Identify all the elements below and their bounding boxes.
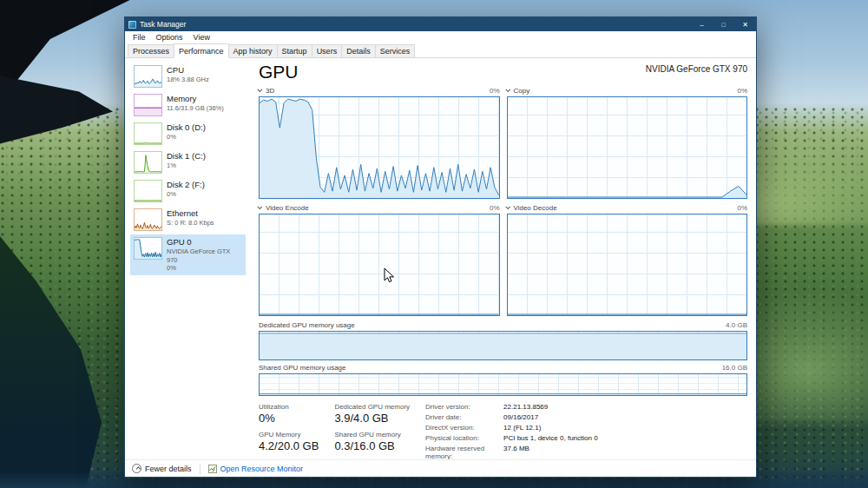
tab-bar: ProcessesPerformanceApp historyStartupUs… (125, 43, 756, 58)
open-resource-monitor-link[interactable]: Open Resource Monitor (208, 465, 304, 473)
chart-series (135, 95, 161, 115)
window-content: CPU18% 3.88 GHzMemory11.6/31.9 GB (36%)D… (125, 58, 756, 459)
sidebar-item-gpu0[interactable]: GPU 0NVIDIA GeForce GTX 9700% (130, 234, 246, 275)
menu-file[interactable]: File (128, 33, 151, 42)
menu-bar: FileOptionsView (125, 31, 756, 43)
sidebar-item-title: Disk 2 (F:) (167, 180, 205, 190)
memory-chart-plot (259, 373, 747, 396)
sidebar-item-disk1[interactable]: Disk 1 (C:)1% (130, 148, 246, 176)
fewer-details-button[interactable]: Fewer details (132, 464, 192, 473)
sparkline-disk0 (134, 122, 162, 145)
engine-chart-copy: Copy0% (507, 86, 748, 199)
tab-details[interactable]: Details (341, 44, 376, 58)
menu-options[interactable]: Options (151, 33, 188, 42)
minimize-button[interactable]: – (691, 17, 713, 31)
menu-view[interactable]: View (188, 33, 215, 42)
chart-scale-label: 0% (490, 87, 500, 95)
memory-chart-label: Shared GPU memory usage (259, 364, 346, 372)
engine-chart-3d: 3D0% (259, 86, 500, 199)
sidebar-item-detail: 11.6/31.9 GB (36%) (167, 104, 224, 113)
chart-header: Video Decode0% (507, 203, 748, 212)
sparkline-memory (134, 94, 162, 116)
engine-chart-video-encode: Video Encode0% (259, 203, 500, 316)
engine-charts: 3D0%Copy0%Video Encode0%Video Decode0% (259, 86, 747, 316)
sparkline-gpu0 (134, 237, 162, 260)
sidebar-item-disk0[interactable]: Disk 0 (D:)0% (130, 120, 246, 148)
chart-series (135, 123, 161, 144)
engine-chart-video-decode: Video Decode0% (507, 203, 748, 316)
detail-row: Driver version:22.21.13.8569 (425, 403, 598, 411)
window-title: Task Manager (140, 20, 186, 29)
sidebar-item-detail: 0% (167, 190, 205, 199)
detail-value: 12 (FL 12.1) (503, 424, 541, 432)
stats-column-1: Utilization0%GPU Memory4.2/20.0 GB (259, 403, 319, 459)
sidebar-item-disk2[interactable]: Disk 2 (F:)0% (130, 177, 246, 205)
title-bar[interactable]: Task Manager –□✕ (125, 17, 756, 31)
chart-series (260, 332, 746, 359)
chart-label: Copy (514, 87, 530, 95)
sparkline-ethernet (134, 208, 162, 231)
stat-value: 4.2/20.0 GB (259, 439, 319, 452)
chart-series (135, 238, 161, 259)
task-manager-icon (128, 21, 136, 29)
chart-plot (259, 214, 500, 316)
sidebar-item-cpu[interactable]: CPU18% 3.88 GHz (130, 63, 246, 90)
maximize-button[interactable]: □ (713, 17, 734, 31)
close-button[interactable]: ✕ (734, 17, 756, 31)
sidebar-item-title: Disk 1 (C:) (167, 151, 206, 162)
detail-label: Driver date: (425, 413, 503, 421)
chart-series (260, 374, 746, 395)
tab-services[interactable]: Services (375, 44, 416, 58)
chevron-down-icon[interactable] (257, 87, 262, 92)
chevron-up-circle-icon (132, 464, 141, 473)
chevron-down-icon[interactable] (257, 204, 262, 209)
stat-label: Utilization (259, 403, 319, 411)
tab-processes[interactable]: Processes (128, 44, 174, 58)
tab-users[interactable]: Users (312, 44, 343, 58)
chart-title: Video Decode (507, 204, 557, 212)
stats-column-2: Dedicated GPU memory3.9/4.0 GBShared GPU… (334, 403, 410, 459)
fewer-details-label: Fewer details (145, 465, 192, 473)
chart-label: Video Decode (514, 204, 557, 212)
detail-row: Driver date:09/16/2017 (425, 413, 598, 421)
sidebar-item-memory[interactable]: Memory11.6/31.9 GB (36%) (130, 91, 246, 119)
footer-divider (200, 464, 201, 474)
chart-header: Video Encode0% (259, 203, 500, 212)
memory-chart-header: Shared GPU memory usage16.0 GB (259, 363, 747, 372)
chart-series (260, 97, 499, 198)
sidebar-item-title: CPU (167, 65, 209, 76)
chevron-down-icon[interactable] (505, 87, 510, 92)
tab-startup[interactable]: Startup (277, 44, 312, 58)
sidebar-item-ethernet[interactable]: EthernetS: 0 R: 8.0 Kbps (130, 206, 246, 234)
chart-scale-label: 0% (737, 87, 747, 95)
detail-label: Physical location: (425, 434, 503, 442)
resource-monitor-label: Open Resource Monitor (220, 465, 304, 473)
detail-value: 09/16/2017 (503, 413, 538, 421)
tab-performance[interactable]: Performance (174, 43, 229, 58)
detail-label: Hardware reserved memory: (425, 445, 503, 459)
chart-scale-label: 0% (490, 204, 500, 212)
stats-details: Driver version:22.21.13.8569Driver date:… (425, 403, 598, 459)
memory-chart-header: Dedicated GPU memory usage4.0 GB (259, 320, 747, 329)
sparkline-disk2 (134, 180, 162, 202)
sidebar-item-text: GPU 0NVIDIA GeForce GTX 9700% (167, 237, 242, 273)
memory-charts: Dedicated GPU memory usage4.0 GBShared G… (259, 316, 747, 396)
page-title: GPU (259, 62, 299, 82)
chart-title: Copy (507, 87, 530, 95)
detail-value: 22.21.13.8569 (503, 403, 548, 411)
chevron-down-icon[interactable] (505, 204, 510, 209)
stat-value: 0.3/16.0 GB (334, 439, 410, 452)
chart-series (135, 209, 161, 230)
resource-monitor-icon (208, 465, 217, 473)
tab-app-history[interactable]: App history (228, 44, 278, 58)
chart-title: Video Encode (259, 204, 309, 212)
sparkline-disk1 (134, 151, 162, 174)
sidebar-item-detail: 18% 3.88 GHz (167, 76, 209, 84)
sidebar-item-title: Ethernet (167, 208, 214, 219)
detail-label: DirectX version: (425, 424, 503, 432)
chart-plot (259, 96, 500, 199)
detail-row: Physical location:PCI bus 1, device 0, f… (425, 434, 598, 442)
sidebar-item-text: Memory11.6/31.9 GB (36%) (167, 94, 224, 113)
sidebar-item-detail: 0% (167, 264, 242, 273)
memory-chart-scale: 4.0 GB (726, 321, 747, 329)
